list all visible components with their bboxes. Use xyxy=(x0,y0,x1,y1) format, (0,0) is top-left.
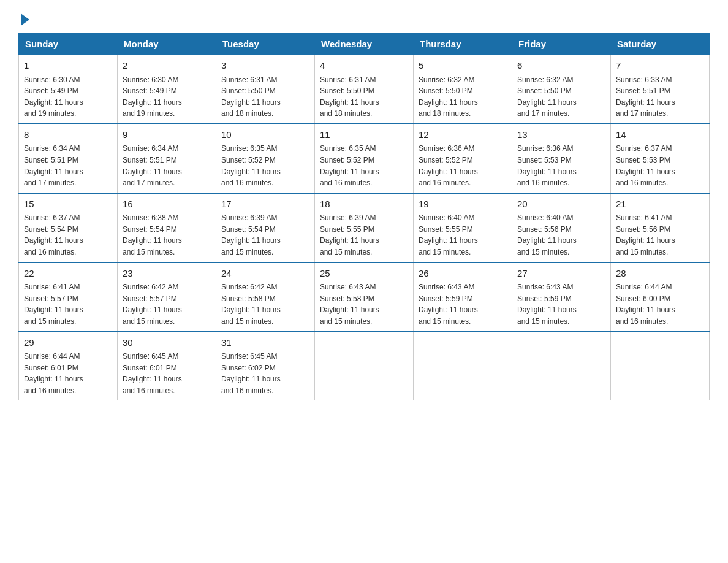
column-header-sunday: Sunday xyxy=(19,34,118,55)
day-cell xyxy=(611,332,710,400)
day-info: Sunrise: 6:36 AMSunset: 5:53 PMDaylight:… xyxy=(517,143,605,188)
logo-arrow-icon xyxy=(21,13,29,26)
day-number: 28 xyxy=(616,267,704,281)
column-header-tuesday: Tuesday xyxy=(216,34,315,55)
day-number: 15 xyxy=(24,197,112,212)
day-cell: 20Sunrise: 6:40 AMSunset: 5:56 PMDayligh… xyxy=(512,193,611,262)
day-info: Sunrise: 6:45 AMSunset: 6:02 PMDaylight:… xyxy=(221,351,309,396)
day-cell: 22Sunrise: 6:41 AMSunset: 5:57 PMDayligh… xyxy=(19,262,118,332)
day-info: Sunrise: 6:34 AMSunset: 5:51 PMDaylight:… xyxy=(24,143,112,188)
day-cell: 4Sunrise: 6:31 AMSunset: 5:50 PMDaylight… xyxy=(315,55,414,124)
day-info: Sunrise: 6:42 AMSunset: 5:58 PMDaylight:… xyxy=(221,282,309,327)
day-info: Sunrise: 6:39 AMSunset: 5:54 PMDaylight:… xyxy=(221,212,309,258)
column-header-thursday: Thursday xyxy=(414,34,512,55)
day-number: 6 xyxy=(517,59,605,73)
day-cell: 13Sunrise: 6:36 AMSunset: 5:53 PMDayligh… xyxy=(512,124,611,193)
day-cell xyxy=(315,332,414,400)
day-number: 18 xyxy=(320,197,408,212)
day-cell: 24Sunrise: 6:42 AMSunset: 5:58 PMDayligh… xyxy=(216,262,315,332)
day-info: Sunrise: 6:43 AMSunset: 5:59 PMDaylight:… xyxy=(517,282,605,327)
header-row: SundayMondayTuesdayWednesdayThursdayFrid… xyxy=(19,34,710,55)
day-cell: 26Sunrise: 6:43 AMSunset: 5:59 PMDayligh… xyxy=(414,262,512,332)
week-row-2: 8Sunrise: 6:34 AMSunset: 5:51 PMDaylight… xyxy=(19,124,710,193)
day-info: Sunrise: 6:44 AMSunset: 6:01 PMDaylight:… xyxy=(24,351,112,396)
day-info: Sunrise: 6:41 AMSunset: 5:57 PMDaylight:… xyxy=(24,282,112,327)
column-header-monday: Monday xyxy=(118,34,216,55)
day-cell: 31Sunrise: 6:45 AMSunset: 6:02 PMDayligh… xyxy=(216,332,315,400)
day-cell: 23Sunrise: 6:42 AMSunset: 5:57 PMDayligh… xyxy=(118,262,216,332)
week-row-4: 22Sunrise: 6:41 AMSunset: 5:57 PMDayligh… xyxy=(19,262,710,332)
day-number: 9 xyxy=(123,128,211,142)
day-info: Sunrise: 6:38 AMSunset: 5:54 PMDaylight:… xyxy=(123,212,211,258)
day-info: Sunrise: 6:44 AMSunset: 6:00 PMDaylight:… xyxy=(616,282,704,327)
week-row-3: 15Sunrise: 6:37 AMSunset: 5:54 PMDayligh… xyxy=(19,193,710,262)
day-number: 11 xyxy=(320,128,408,142)
column-header-wednesday: Wednesday xyxy=(315,34,414,55)
day-number: 5 xyxy=(419,59,507,73)
day-cell: 30Sunrise: 6:45 AMSunset: 6:01 PMDayligh… xyxy=(118,332,216,400)
day-number: 10 xyxy=(221,128,309,142)
week-row-5: 29Sunrise: 6:44 AMSunset: 6:01 PMDayligh… xyxy=(19,332,710,400)
day-number: 8 xyxy=(24,128,112,142)
day-info: Sunrise: 6:45 AMSunset: 6:01 PMDaylight:… xyxy=(123,351,211,396)
day-info: Sunrise: 6:39 AMSunset: 5:55 PMDaylight:… xyxy=(320,212,408,258)
day-number: 7 xyxy=(616,59,704,73)
day-number: 30 xyxy=(123,336,211,350)
day-info: Sunrise: 6:34 AMSunset: 5:51 PMDaylight:… xyxy=(123,143,211,188)
day-number: 17 xyxy=(221,197,309,212)
day-cell: 21Sunrise: 6:41 AMSunset: 5:56 PMDayligh… xyxy=(611,193,710,262)
day-info: Sunrise: 6:43 AMSunset: 5:59 PMDaylight:… xyxy=(419,282,507,327)
day-info: Sunrise: 6:35 AMSunset: 5:52 PMDaylight:… xyxy=(221,143,309,188)
day-cell: 25Sunrise: 6:43 AMSunset: 5:58 PMDayligh… xyxy=(315,262,414,332)
day-info: Sunrise: 6:43 AMSunset: 5:58 PMDaylight:… xyxy=(320,282,408,327)
day-cell: 9Sunrise: 6:34 AMSunset: 5:51 PMDaylight… xyxy=(118,124,216,193)
day-number: 29 xyxy=(24,336,112,350)
day-cell: 8Sunrise: 6:34 AMSunset: 5:51 PMDaylight… xyxy=(19,124,118,193)
day-number: 1 xyxy=(24,59,112,73)
day-number: 19 xyxy=(419,197,507,212)
day-number: 13 xyxy=(517,128,605,142)
day-number: 14 xyxy=(616,128,704,142)
day-info: Sunrise: 6:42 AMSunset: 5:57 PMDaylight:… xyxy=(123,282,211,327)
day-info: Sunrise: 6:32 AMSunset: 5:50 PMDaylight:… xyxy=(419,74,507,120)
day-cell: 1Sunrise: 6:30 AMSunset: 5:49 PMDaylight… xyxy=(19,55,118,124)
day-cell: 27Sunrise: 6:43 AMSunset: 5:59 PMDayligh… xyxy=(512,262,611,332)
day-number: 31 xyxy=(221,336,309,350)
day-info: Sunrise: 6:40 AMSunset: 5:56 PMDaylight:… xyxy=(517,212,605,258)
day-cell: 10Sunrise: 6:35 AMSunset: 5:52 PMDayligh… xyxy=(216,124,315,193)
day-info: Sunrise: 6:30 AMSunset: 5:49 PMDaylight:… xyxy=(123,74,211,120)
day-number: 27 xyxy=(517,267,605,281)
week-row-1: 1Sunrise: 6:30 AMSunset: 5:49 PMDaylight… xyxy=(19,55,710,124)
calendar-table: SundayMondayTuesdayWednesdayThursdayFrid… xyxy=(18,33,710,400)
day-cell: 12Sunrise: 6:36 AMSunset: 5:52 PMDayligh… xyxy=(414,124,512,193)
day-number: 22 xyxy=(24,267,112,281)
day-info: Sunrise: 6:31 AMSunset: 5:50 PMDaylight:… xyxy=(320,74,408,120)
day-number: 23 xyxy=(123,267,211,281)
day-cell: 14Sunrise: 6:37 AMSunset: 5:53 PMDayligh… xyxy=(611,124,710,193)
day-cell: 5Sunrise: 6:32 AMSunset: 5:50 PMDaylight… xyxy=(414,55,512,124)
day-number: 16 xyxy=(123,197,211,212)
day-info: Sunrise: 6:35 AMSunset: 5:52 PMDaylight:… xyxy=(320,143,408,188)
day-cell: 29Sunrise: 6:44 AMSunset: 6:01 PMDayligh… xyxy=(19,332,118,400)
day-cell: 16Sunrise: 6:38 AMSunset: 5:54 PMDayligh… xyxy=(118,193,216,262)
day-info: Sunrise: 6:41 AMSunset: 5:56 PMDaylight:… xyxy=(616,212,704,258)
column-header-friday: Friday xyxy=(512,34,611,55)
day-cell xyxy=(512,332,611,400)
day-cell: 17Sunrise: 6:39 AMSunset: 5:54 PMDayligh… xyxy=(216,193,315,262)
day-info: Sunrise: 6:32 AMSunset: 5:50 PMDaylight:… xyxy=(517,74,605,120)
day-info: Sunrise: 6:30 AMSunset: 5:49 PMDaylight:… xyxy=(24,74,112,120)
day-cell: 15Sunrise: 6:37 AMSunset: 5:54 PMDayligh… xyxy=(19,193,118,262)
day-number: 2 xyxy=(123,59,211,73)
day-info: Sunrise: 6:36 AMSunset: 5:52 PMDaylight:… xyxy=(419,143,507,188)
page-header xyxy=(18,12,710,23)
day-number: 3 xyxy=(221,59,309,73)
day-cell: 28Sunrise: 6:44 AMSunset: 6:00 PMDayligh… xyxy=(611,262,710,332)
day-number: 12 xyxy=(419,128,507,142)
day-info: Sunrise: 6:37 AMSunset: 5:53 PMDaylight:… xyxy=(616,143,704,188)
day-cell: 19Sunrise: 6:40 AMSunset: 5:55 PMDayligh… xyxy=(414,193,512,262)
day-number: 24 xyxy=(221,267,309,281)
day-info: Sunrise: 6:31 AMSunset: 5:50 PMDaylight:… xyxy=(221,74,309,120)
day-number: 26 xyxy=(419,267,507,281)
column-header-saturday: Saturday xyxy=(611,34,710,55)
day-info: Sunrise: 6:40 AMSunset: 5:55 PMDaylight:… xyxy=(419,212,507,258)
